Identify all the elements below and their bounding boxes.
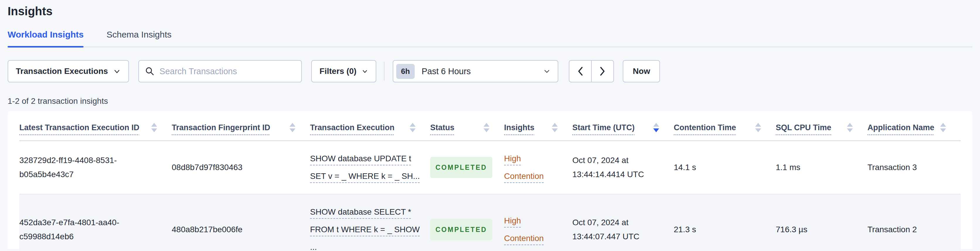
sort-icon[interactable] (547, 123, 558, 132)
results-count: 1-2 of 2 transaction insights (8, 96, 972, 106)
tab-workload-insights[interactable]: Workload Insights (8, 30, 84, 46)
execution-type-select[interactable]: Transaction Executions (8, 60, 129, 82)
chevron-down-icon (113, 67, 121, 75)
chevron-left-icon (576, 66, 584, 77)
sql-cpu-time: 716.3 µs (776, 222, 850, 237)
status-badge: COMPLETED (430, 219, 492, 240)
column-header-insights[interactable]: Insights (504, 123, 558, 132)
next-range-button[interactable] (591, 60, 614, 82)
fingerprint-id: 08d8b7d97f830463 (172, 160, 293, 174)
insight-link[interactable]: High Contention (504, 154, 544, 181)
sort-icon[interactable] (751, 123, 761, 132)
sort-icon[interactable] (935, 123, 946, 132)
time-range-badge: 6h (396, 64, 414, 79)
execution-id: 328729d2-ff19-4408-8531-b05a5b4e43c7 (19, 153, 154, 182)
now-button-label: Now (633, 67, 650, 76)
transaction-execution-link[interactable]: SHOW database UPDATE t (310, 154, 411, 163)
contention-time: 21.3 s (674, 222, 758, 237)
column-header-transaction-execution[interactable]: Transaction Execution (310, 123, 415, 132)
toolbar-divider (384, 62, 385, 81)
transaction-insights-table: Latest Transaction Execution ID Transact… (19, 111, 961, 251)
column-header-fingerprint-id[interactable]: Transaction Fingerprint ID (172, 123, 295, 132)
now-button[interactable]: Now (623, 60, 660, 82)
status-badge: COMPLETED (430, 157, 492, 178)
insight-link[interactable]: High Contention (504, 216, 544, 243)
time-range-picker[interactable]: 6h Past 6 Hours (393, 60, 558, 82)
column-header-latest-execution-id[interactable]: Latest Transaction Execution ID (19, 123, 157, 132)
search-box[interactable] (138, 60, 302, 82)
sort-icon[interactable] (479, 123, 489, 132)
tab-schema-insights[interactable]: Schema Insights (107, 30, 172, 46)
sort-icon[interactable] (146, 123, 157, 132)
transaction-execution-link[interactable]: FROM t WHERE k = _ SHOW (310, 225, 420, 234)
filters-button[interactable]: Filters (0) (311, 60, 376, 82)
start-time: Oct 07, 2024 at 13:44:07.447 UTC (572, 216, 656, 244)
transaction-execution-link[interactable]: ... (310, 243, 317, 251)
start-time: Oct 07, 2024 at 13:44:14.4414 UTC (572, 153, 656, 182)
sort-icon[interactable] (405, 123, 415, 132)
sort-icon[interactable] (842, 123, 853, 132)
page-title: Insights (8, 0, 972, 18)
sql-cpu-time: 1.1 ms (776, 160, 850, 174)
table-row: 452da3e7-e7fa-4801-aa40-c59988d14eb6 480… (19, 194, 961, 251)
transaction-execution-link[interactable]: SHOW database SELECT * (310, 207, 411, 216)
time-range-nav (569, 60, 614, 82)
application-name: Transaction 2 (867, 222, 943, 237)
fingerprint-id: 480a8b217be006fe (172, 222, 293, 237)
insights-table-card: Latest Transaction Execution ID Transact… (8, 111, 972, 249)
search-icon (145, 66, 155, 76)
chevron-down-icon (362, 68, 368, 75)
column-header-status[interactable]: Status (430, 123, 489, 132)
filters-button-label: Filters (0) (320, 67, 356, 76)
execution-type-select-label: Transaction Executions (16, 67, 108, 76)
chevron-right-icon (599, 66, 606, 77)
toolbar: Transaction Executions Filters (0) 6h Pa… (8, 60, 972, 82)
time-range-label: Past 6 Hours (422, 67, 536, 76)
application-name: Transaction 3 (867, 160, 943, 174)
transaction-execution-link[interactable]: SET v = _ WHERE k = _ SH... (310, 171, 420, 181)
table-row: 328729d2-ff19-4408-8531-b05a5b4e43c7 08d… (19, 141, 961, 194)
insights-page: Insights Workload Insights Schema Insigh… (0, 0, 980, 249)
column-header-contention-time[interactable]: Contention Time (674, 123, 761, 132)
contention-time: 14.1 s (674, 160, 758, 174)
column-header-sql-cpu-time[interactable]: SQL CPU Time (776, 123, 853, 132)
table-header-row: Latest Transaction Execution ID Transact… (19, 111, 961, 141)
sort-icon[interactable] (285, 123, 295, 132)
column-header-start-time[interactable]: Start Time (UTC) (572, 123, 659, 132)
chevron-down-icon (543, 67, 550, 75)
sort-icon[interactable] (649, 123, 659, 132)
execution-id: 452da3e7-e7fa-4801-aa40-c59988d14eb6 (19, 216, 154, 244)
tabs: Workload Insights Schema Insights (8, 30, 972, 47)
column-header-application-name[interactable]: Application Name (867, 123, 946, 132)
search-input[interactable] (159, 67, 295, 76)
prev-range-button[interactable] (569, 60, 592, 82)
